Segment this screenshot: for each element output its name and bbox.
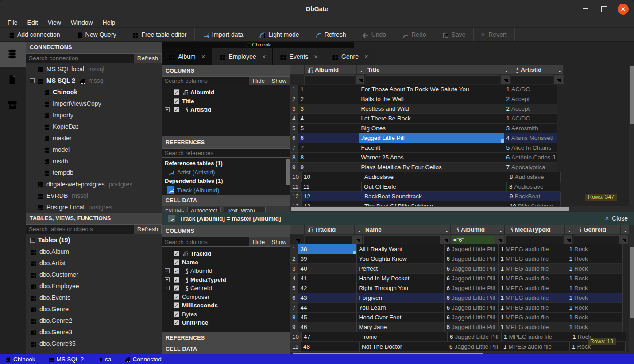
mediatypeid-cell[interactable]: 1MPEG audio file [499, 264, 567, 274]
column-checkbox[interactable] [174, 107, 179, 112]
row-number-cell[interactable]: 8 [290, 153, 298, 163]
albumid-cell[interactable]: 6Jagged Little Pill [445, 293, 499, 303]
table-item[interactable]: dbo.Artist [26, 257, 162, 269]
connection-item[interactable]: master [26, 132, 162, 144]
row-number-cell[interactable]: 7 [290, 303, 298, 313]
filter-input[interactable] [505, 235, 563, 244]
table-item[interactable]: dbo.Customer [26, 269, 162, 280]
expand-icon[interactable] [165, 107, 170, 112]
name-cell[interactable]: All I Really Want [357, 244, 445, 254]
rail-files-item[interactable] [0, 67, 26, 93]
filter-icon[interactable] [619, 235, 628, 244]
filter-input[interactable] [511, 75, 553, 84]
artistid-cell[interactable]: 9BackBeat [507, 192, 561, 201]
mediatypeid-cell[interactable]: 1MPEG audio file [501, 342, 570, 352]
name-cell[interactable]: Perfect [357, 264, 445, 274]
column-menu-button[interactable] [620, 225, 629, 234]
scrollbar-thumb[interactable] [630, 247, 634, 318]
close-tab-icon[interactable] [364, 53, 368, 60]
tab-genre[interactable]: Genre [325, 48, 375, 65]
trackid-cell[interactable]: 48 [301, 342, 360, 352]
column-item[interactable]: GenreId [162, 284, 290, 293]
artistid-cell[interactable]: 6Antônio Carlos J [504, 153, 557, 163]
row-number-cell[interactable]: 8 [290, 313, 298, 322]
artistid-cell[interactable]: 2Accept [504, 104, 557, 114]
free-table-editor-button[interactable]: Free table editor [124, 28, 195, 41]
close-tab-icon[interactable] [262, 53, 266, 60]
filter-input-active[interactable] [451, 235, 495, 244]
title-cell[interactable]: Audioslave [362, 172, 507, 182]
albumid-cell[interactable]: 12 [302, 192, 362, 201]
artistid-cell[interactable]: 7Apocalyptica [504, 163, 557, 172]
column-item[interactable]: Name [162, 258, 290, 267]
connections-refresh-button[interactable]: Refresh [134, 53, 162, 63]
genreid-cell[interactable]: 1Rock [567, 274, 623, 283]
mediatypeid-cell[interactable]: 1MPEG audio file [499, 303, 567, 313]
revert-button[interactable]: Revert [474, 28, 515, 41]
table-item[interactable]: dbo.Employee [26, 280, 162, 292]
row-number-cell[interactable]: 4 [290, 114, 298, 124]
horizontal-scrollbar[interactable] [290, 206, 629, 212]
name-cell[interactable]: Not The Doctor [360, 342, 447, 352]
column-checkbox[interactable] [174, 294, 179, 300]
name-cell[interactable]: Head Over Feet [357, 313, 445, 322]
connection-item[interactable]: MS SQL 2 mssql [26, 75, 162, 86]
show-button[interactable]: Show [268, 237, 290, 247]
mediatypeid-cell[interactable]: 1MPEG audio file [499, 283, 567, 293]
filter-input[interactable] [366, 75, 500, 84]
columns-search-input[interactable] [162, 76, 249, 85]
column-menu-button[interactable] [356, 65, 365, 74]
title-cell[interactable]: The Best Of Billy Cobham [362, 201, 507, 206]
connection-item[interactable]: ImportViewsCopy [26, 98, 162, 109]
menu-item[interactable]: View [43, 18, 66, 27]
menu-item[interactable]: Window [66, 18, 98, 27]
artistid-cell[interactable]: 1AC/DC [504, 114, 557, 124]
status-connection-state[interactable]: Connected [124, 356, 162, 363]
genreid-cell[interactable]: 1Rock [567, 303, 623, 313]
references-scrollbar[interactable] [286, 159, 290, 185]
close-tab-icon[interactable] [314, 53, 318, 60]
title-cell[interactable]: BackBeat Soundtrack [362, 192, 507, 201]
undo-button[interactable]: Undo [354, 28, 394, 41]
column-menu-button[interactable] [564, 225, 573, 234]
title-cell[interactable]: Restless and Wild [359, 104, 504, 114]
tables-search-input[interactable] [26, 224, 134, 234]
column-item[interactable]: Title [162, 97, 290, 106]
filter-icon[interactable] [501, 75, 510, 84]
row-number-cell[interactable]: 11 [290, 342, 301, 352]
column-checkbox[interactable] [174, 302, 179, 308]
connection-item[interactable]: Importy [26, 109, 162, 121]
wrap-select[interactable]: Text (wrap) [224, 207, 266, 212]
column-checkbox[interactable] [174, 311, 179, 317]
column-item[interactable]: Bytes [162, 310, 290, 319]
expand-icon[interactable] [165, 286, 170, 290]
column-checkbox[interactable] [174, 268, 179, 274]
scrollbar-thumb[interactable] [630, 66, 634, 124]
genreid-cell[interactable]: 1Rock [567, 313, 623, 322]
row-number-cell[interactable]: 12 [290, 192, 302, 201]
name-cell[interactable]: You Oughta Know [357, 254, 445, 264]
genreid-cell[interactable]: 1Rock [567, 293, 623, 303]
albumid-cell[interactable]: 8 [298, 153, 359, 163]
albumid-cell[interactable]: 6Jagged Little Pill [445, 254, 499, 264]
albumid-cell[interactable]: 9 [298, 163, 359, 172]
albumid-cell[interactable]: 6Jagged Little Pill [445, 244, 499, 254]
reference-link-track[interactable]: Track (AlbumId) [162, 186, 290, 194]
column-item[interactable]: AlbumId [162, 88, 290, 97]
column-header-artistid[interactable]: ArtistId [510, 65, 564, 75]
row-number-cell[interactable]: 6 [290, 133, 298, 143]
artistid-cell[interactable]: 10Billy Cobham [507, 201, 561, 206]
genreid-cell[interactable]: 1Rock [567, 244, 623, 254]
title-cell[interactable]: Out Of Exile [362, 182, 507, 192]
column-checkbox[interactable] [174, 285, 179, 291]
rail-archive-item[interactable] [0, 93, 26, 119]
title-cell[interactable]: Facelift [359, 143, 504, 153]
column-menu-button[interactable] [555, 65, 563, 74]
connection-item[interactable]: Chinook [26, 86, 162, 98]
name-cell[interactable]: Right Through You [357, 283, 445, 293]
connections-search-input[interactable] [26, 53, 134, 63]
column-checkbox[interactable] [174, 277, 179, 283]
table-item[interactable]: dbo.Album [26, 246, 162, 257]
close-tab-icon[interactable] [201, 53, 205, 60]
row-number-cell[interactable]: 9 [290, 322, 298, 332]
